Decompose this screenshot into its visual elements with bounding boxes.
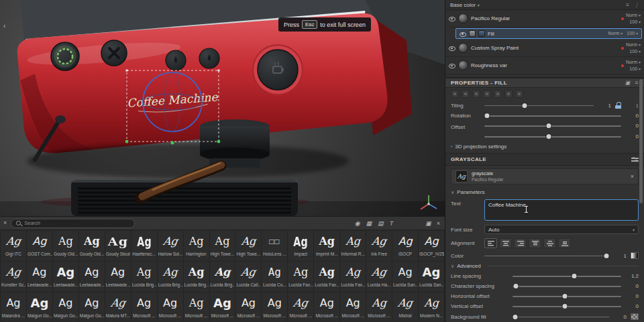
font-item[interactable]: Ag Mistral (392, 292, 418, 322)
sphere-view-icon[interactable]: ◉ (355, 220, 360, 227)
font-item[interactable]: Ag ISOCP (392, 231, 418, 261)
opacity-dropdown[interactable]: 100 ▾ (627, 30, 638, 37)
channel-toggle-icon[interactable] (451, 90, 459, 98)
font-item[interactable]: Ag High Towe... (235, 231, 261, 261)
param-value[interactable]: 1.2 (625, 273, 639, 279)
horizontal-offset-slider[interactable] (513, 293, 621, 299)
font-item[interactable]: Ag ISOCP_IV25 (419, 231, 444, 261)
font-item[interactable]: Ag Microsoft ... (340, 292, 366, 322)
font-item[interactable]: Ag Goudy Stout (105, 231, 131, 261)
visibility-eye-icon[interactable] (449, 45, 455, 51)
color-swatch[interactable] (631, 252, 639, 259)
font-item[interactable]: Ag Lucida Ha... (366, 262, 392, 292)
align-right-button[interactable] (514, 238, 527, 248)
blend-mode-dropdown[interactable]: Norm ▾ (626, 59, 641, 66)
font-item[interactable]: Ag Gigi ITC (1, 231, 26, 261)
offset-u-slider[interactable] (484, 123, 621, 129)
font-item[interactable]: Ag Malgun Go... (79, 292, 105, 322)
visibility-eye-icon[interactable] (449, 62, 455, 68)
channel-toggle-icon[interactable] (515, 90, 523, 98)
tiling-slider[interactable] (484, 103, 594, 109)
align-bottom-button[interactable] (558, 238, 571, 248)
layer-row[interactable]: Roughness var Norm ▾ 100 ▾ (445, 57, 644, 74)
font-item[interactable]: Ag Microsoft ... (288, 292, 313, 322)
font-item[interactable]: Ag Maiandra ... (1, 292, 26, 322)
font-item[interactable]: Ag GOST Com... (27, 231, 52, 261)
align-top-button[interactable] (529, 238, 541, 248)
font-item[interactable]: Ag Kunstler Sc... (1, 262, 26, 292)
visibility-eye-icon[interactable] (460, 31, 466, 37)
offset-v-value[interactable]: 0 (625, 133, 639, 140)
param-value[interactable]: 0 (625, 283, 639, 289)
rotation-slider[interactable] (484, 113, 621, 119)
text-filter-icon[interactable]: T (390, 220, 394, 227)
channel-selector[interactable]: Base color (450, 2, 476, 8)
font-item[interactable]: Ag Malgun Go... (53, 292, 78, 322)
panel-menu-icon[interactable]: ≡ (635, 80, 639, 86)
font-item[interactable]: Ag Matura MT... (105, 292, 131, 322)
projection-settings-toggle[interactable]: › 3D projection settings (445, 142, 644, 152)
font-item[interactable]: Ag Microsoft ... (314, 292, 339, 322)
channel-toggle-icon[interactable] (494, 90, 502, 98)
font-item[interactable]: Ag Goudy Old... (53, 231, 78, 261)
font-item[interactable]: Ag High Towe... (210, 231, 235, 261)
character-spacing-slider[interactable] (513, 283, 621, 289)
font-item[interactable]: Ag Lucida Co... (262, 262, 287, 292)
font-item[interactable]: Ag Lucida Fax... (288, 262, 313, 292)
layer-row[interactable]: Pacifico Regular Norm ▾ 100 ▾ (445, 10, 644, 28)
balance-icon[interactable] (631, 156, 639, 162)
layer-row[interactable]: Fill Norm ▾ 100 ▾ (455, 28, 642, 39)
font-size-dropdown[interactable]: Auto ▾ (484, 225, 639, 234)
background-fill-slider[interactable] (513, 314, 609, 320)
link-lock-icon[interactable] (615, 102, 621, 109)
texture-swatch[interactable] (631, 313, 639, 320)
viewport-3d[interactable]: Coffee Machine ‹ Press Esc to exit full … (0, 0, 445, 216)
font-item[interactable]: Ag Lucida San... (392, 262, 418, 292)
param-value[interactable]: 0 (625, 303, 639, 309)
font-item[interactable]: Ag Lucida Brig... (210, 262, 235, 292)
font-item[interactable]: Ag Microsoft ... (184, 292, 209, 322)
font-item[interactable]: Ag Microsoft ... (131, 292, 157, 322)
font-item[interactable]: Ag Impact (288, 231, 313, 261)
align-middle-button[interactable] (543, 238, 556, 248)
align-left-button[interactable] (484, 238, 497, 248)
opacity-dropdown[interactable]: 100 ▾ (629, 48, 641, 55)
font-item[interactable]: Ag Imprint M... (314, 231, 339, 261)
channel-toggle-icon[interactable] (504, 90, 513, 98)
font-item[interactable]: Ag Lucida Brig... (131, 262, 157, 292)
font-item[interactable]: Ag Haettensc... (131, 231, 157, 261)
color-slider[interactable] (484, 253, 609, 259)
font-item[interactable]: Ag Leelawade... (27, 262, 52, 292)
font-item[interactable]: Ag Lucida Brig... (184, 262, 209, 292)
layers-menu-icon[interactable]: ≡ (626, 2, 629, 8)
opacity-dropdown[interactable]: 100 ▾ (629, 66, 641, 72)
font-item[interactable]: Ag Leelawade... (79, 262, 105, 292)
search-box[interactable] (11, 219, 135, 228)
channel-toggle-icon[interactable] (472, 90, 480, 98)
font-item[interactable]: Ag Goudy Old... (79, 231, 105, 261)
font-item[interactable]: Ag Lucida Brig... (158, 262, 183, 292)
blend-mode-dropdown[interactable]: Norm ▾ (626, 42, 641, 48)
scrollbar-thumb[interactable] (639, 79, 643, 203)
remove-resource-icon[interactable]: × (631, 173, 634, 180)
font-item[interactable]: Ag Leelawade... (105, 262, 131, 292)
vertical-offset-slider[interactable] (513, 303, 621, 309)
visibility-eye-icon[interactable] (449, 15, 455, 21)
font-item[interactable]: Ag Malgun Go... (27, 292, 52, 322)
font-item[interactable]: Ag Harrington (184, 231, 209, 261)
rotation-value[interactable]: 0 (625, 113, 639, 119)
collapse-icon[interactable]: ‹ (3, 21, 6, 30)
text-input[interactable]: Coffee Machine (484, 199, 639, 221)
font-item[interactable]: Ag Microsoft ... (210, 292, 235, 322)
offset-u-value[interactable]: 0 (625, 123, 639, 129)
axis-gizmo[interactable] (417, 192, 441, 213)
font-item[interactable]: Ag Leelawade... (53, 262, 78, 292)
font-item[interactable]: Ag Lucida San... (419, 262, 444, 292)
align-center-button[interactable] (499, 238, 512, 248)
close-panel-icon[interactable]: × (437, 220, 440, 227)
font-item[interactable]: Ag Harlow Sol... (158, 231, 183, 261)
parameters-toggle[interactable]: ∨ Parameters (445, 187, 644, 197)
font-item[interactable]: □□ HoloLens ... (262, 231, 287, 261)
line-spacing-slider[interactable] (513, 273, 621, 279)
font-item[interactable]: Ag Lucida Call... (235, 262, 261, 292)
